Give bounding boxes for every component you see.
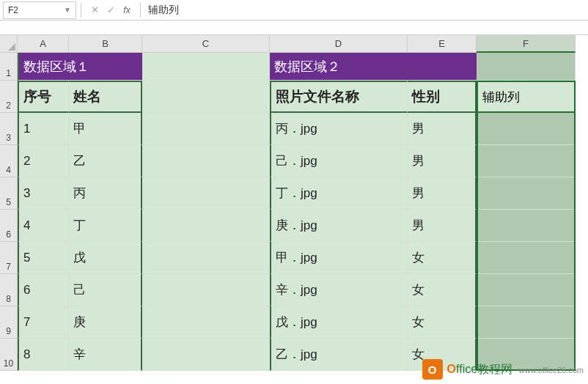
cell-gender[interactable]: 男 bbox=[408, 113, 477, 145]
table-row: 7庚戊．jpg女 bbox=[18, 306, 588, 339]
cell-name[interactable]: 戊 bbox=[69, 242, 142, 274]
cell[interactable] bbox=[477, 177, 576, 210]
col-header[interactable]: B bbox=[69, 35, 142, 53]
fx-icon[interactable]: fx bbox=[120, 3, 134, 18]
cell[interactable] bbox=[142, 339, 270, 371]
cell[interactable] bbox=[477, 274, 576, 306]
row-header[interactable]: 2 bbox=[0, 81, 18, 113]
cell-seq[interactable]: 8 bbox=[18, 339, 69, 371]
watermark-logo-icon: O bbox=[422, 359, 443, 380]
cell[interactable] bbox=[477, 210, 576, 242]
formula-bar: F2 ▼ ✕ ✓ fx bbox=[0, 0, 588, 21]
region-title[interactable]: 数据区域２ bbox=[270, 53, 477, 81]
sheet-area[interactable]: A B C D E F 数据区域１ 数据区域２ 序号 姓名 照片文件名称 性别 … bbox=[18, 35, 588, 371]
header-photo[interactable]: 照片文件名称 bbox=[270, 81, 408, 113]
column-headers: A B C D E F bbox=[18, 35, 588, 53]
table-row: 3丙丁．jpg男 bbox=[18, 177, 588, 210]
name-box-dropdown-icon[interactable]: ▼ bbox=[64, 6, 71, 14]
cell-photo[interactable]: 丙．jpg bbox=[270, 113, 408, 145]
cell-gender[interactable]: 男 bbox=[408, 177, 477, 210]
cell-seq[interactable]: 2 bbox=[18, 145, 69, 177]
table-row: 2乙己．jpg男 bbox=[18, 145, 588, 177]
formula-input[interactable] bbox=[142, 1, 588, 19]
cell-photo[interactable]: 丁．jpg bbox=[270, 177, 408, 210]
table-row: 6己辛．jpg女 bbox=[18, 274, 588, 306]
cell-name[interactable]: 己 bbox=[69, 274, 142, 306]
cell[interactable] bbox=[142, 274, 270, 306]
row-header[interactable]: 9 bbox=[0, 306, 18, 339]
select-all-corner[interactable] bbox=[0, 35, 18, 53]
cell-name[interactable]: 庚 bbox=[69, 306, 142, 339]
cell[interactable] bbox=[142, 53, 270, 81]
row-header[interactable]: 3 bbox=[0, 113, 18, 145]
col-header-selected[interactable]: F bbox=[477, 35, 576, 53]
table-row: 数据区域１ 数据区域２ bbox=[18, 53, 588, 81]
row-header[interactable]: 8 bbox=[0, 274, 18, 306]
header-gender[interactable]: 性别 bbox=[408, 81, 477, 113]
cell[interactable] bbox=[477, 113, 576, 145]
col-header[interactable]: A bbox=[18, 35, 69, 53]
row-header[interactable]: 6 bbox=[0, 210, 18, 242]
cell-gender[interactable]: 男 bbox=[408, 210, 477, 242]
cell-photo[interactable]: 戊．jpg bbox=[270, 306, 408, 339]
row-header[interactable]: 5 bbox=[0, 177, 18, 210]
cell[interactable] bbox=[142, 145, 270, 177]
watermark: O Office教程网 www.office26.com bbox=[422, 359, 584, 380]
row-header[interactable]: 10 bbox=[0, 339, 18, 371]
cell-seq[interactable]: 3 bbox=[18, 177, 69, 210]
row-header[interactable]: 1 bbox=[0, 53, 18, 81]
cell-photo[interactable]: 乙．jpg bbox=[270, 339, 408, 371]
cell-photo[interactable]: 甲．jpg bbox=[270, 242, 408, 274]
cell-photo[interactable]: 辛．jpg bbox=[270, 274, 408, 306]
row-header[interactable]: 7 bbox=[0, 242, 18, 274]
cell[interactable] bbox=[142, 81, 270, 113]
cell[interactable] bbox=[477, 145, 576, 177]
region-title[interactable]: 数据区域１ bbox=[18, 53, 142, 81]
cell[interactable] bbox=[142, 306, 270, 339]
row-headers: 1 2 3 4 5 6 7 8 9 10 bbox=[0, 35, 18, 371]
table-row: 序号 姓名 照片文件名称 性别 辅助列 bbox=[18, 81, 588, 113]
spreadsheet-grid: 1 2 3 4 5 6 7 8 9 10 A B C D E F 数据区域１ 数… bbox=[0, 35, 588, 371]
table-row: 1甲丙．jpg男 bbox=[18, 113, 588, 145]
cell-gender[interactable]: 女 bbox=[408, 274, 477, 306]
name-box-value: F2 bbox=[8, 5, 18, 15]
cell-seq[interactable]: 5 bbox=[18, 242, 69, 274]
cell[interactable] bbox=[142, 242, 270, 274]
formula-buttons: ✕ ✓ fx bbox=[83, 3, 139, 18]
cell-seq[interactable]: 1 bbox=[18, 113, 69, 145]
cell-seq[interactable]: 4 bbox=[18, 210, 69, 242]
row-header[interactable]: 4 bbox=[0, 145, 18, 177]
ribbon-spacer bbox=[0, 21, 588, 35]
table-row: 4丁庚．jpg男 bbox=[18, 210, 588, 242]
cell[interactable] bbox=[477, 53, 576, 81]
header-helper[interactable]: 辅助列 bbox=[477, 81, 576, 113]
cell[interactable] bbox=[142, 177, 270, 210]
cell[interactable] bbox=[142, 113, 270, 145]
cell-gender[interactable]: 女 bbox=[408, 306, 477, 339]
name-box[interactable]: F2 ▼ bbox=[3, 1, 76, 19]
cell-gender[interactable]: 女 bbox=[408, 242, 477, 274]
cell-photo[interactable]: 庚．jpg bbox=[270, 210, 408, 242]
cell-name[interactable]: 丁 bbox=[69, 210, 142, 242]
col-header[interactable]: D bbox=[270, 35, 408, 53]
cell[interactable] bbox=[142, 210, 270, 242]
cell-photo[interactable]: 己．jpg bbox=[270, 145, 408, 177]
cell-name[interactable]: 辛 bbox=[69, 339, 142, 371]
table-row: 5戊甲．jpg女 bbox=[18, 242, 588, 274]
cell-name[interactable]: 乙 bbox=[69, 145, 142, 177]
header-seq[interactable]: 序号 bbox=[18, 81, 69, 113]
cancel-icon[interactable]: ✕ bbox=[87, 3, 102, 18]
cell[interactable] bbox=[477, 242, 576, 274]
col-header[interactable]: C bbox=[142, 35, 270, 53]
cell-name[interactable]: 丙 bbox=[69, 177, 142, 210]
col-header[interactable]: E bbox=[408, 35, 477, 53]
cell-seq[interactable]: 7 bbox=[18, 306, 69, 339]
cell[interactable] bbox=[477, 306, 576, 339]
cell-gender[interactable]: 男 bbox=[408, 145, 477, 177]
separator bbox=[140, 3, 141, 18]
cell-name[interactable]: 甲 bbox=[69, 113, 142, 145]
header-name[interactable]: 姓名 bbox=[69, 81, 142, 113]
watermark-text: Office教程网 www.office26.com bbox=[447, 362, 584, 377]
cell-seq[interactable]: 6 bbox=[18, 274, 69, 306]
accept-icon[interactable]: ✓ bbox=[103, 3, 118, 18]
